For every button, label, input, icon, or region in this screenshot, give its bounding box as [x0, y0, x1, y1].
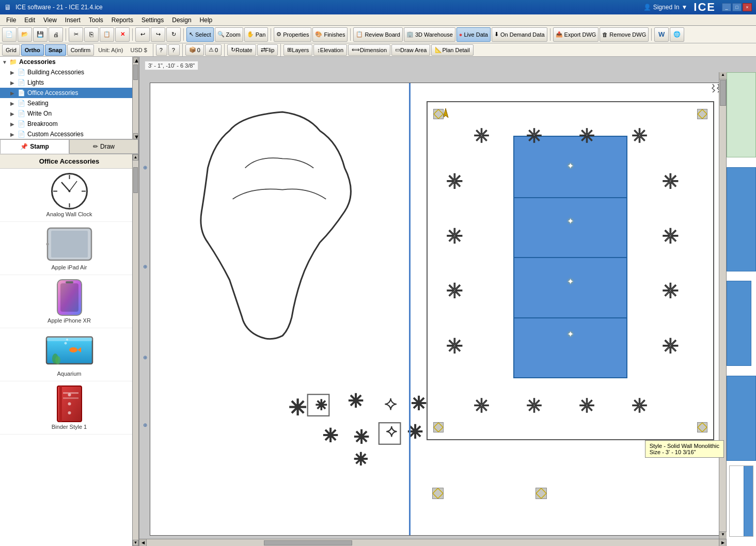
binder-thumb: [43, 386, 95, 422]
stamp-tab[interactable]: 📌 Stamp: [0, 139, 69, 154]
acc-scroll-down[interactable]: ▼: [133, 540, 138, 546]
rotate-button[interactable]: ↻ Rotate: [227, 44, 256, 56]
svg-text:✳: ✳: [354, 449, 368, 469]
acc-scroll-thumb[interactable]: [133, 167, 138, 193]
help-button-1[interactable]: ?: [156, 44, 167, 56]
menu-tools[interactable]: Tools: [85, 15, 107, 25]
acc-scroll-up[interactable]: ▲: [133, 154, 138, 160]
vscroll-down-btn[interactable]: ▼: [719, 532, 727, 539]
delete-button[interactable]: ✕: [115, 27, 130, 42]
accessory-aquarium[interactable]: Aquarium: [0, 328, 138, 381]
new-button[interactable]: 📄: [2, 27, 17, 42]
refresh-button[interactable]: ↻: [166, 27, 181, 42]
menu-settings[interactable]: Settings: [137, 15, 168, 25]
hscroll-right-btn[interactable]: ▶: [719, 539, 726, 547]
confirm-button[interactable]: Confirm: [67, 44, 94, 56]
finishes-button[interactable]: 🎨 Finishes: [312, 27, 348, 42]
review-board-button[interactable]: 📋 Review Board: [353, 27, 402, 42]
accessory-clock[interactable]: Analog Wall Clock: [0, 169, 138, 222]
counter-2-button[interactable]: ⚠ 0: [205, 44, 222, 56]
pan-button[interactable]: ✋ Pan: [244, 27, 269, 42]
vscroll-thumb[interactable]: [720, 80, 726, 106]
menu-view[interactable]: View: [39, 15, 61, 25]
canvas-hscrollbar[interactable]: ◀ ▶: [139, 539, 726, 546]
globe-button[interactable]: 🌐: [670, 27, 684, 42]
menu-file[interactable]: File: [2, 15, 20, 25]
accessory-iphone[interactable]: Apple iPhone XR: [0, 275, 138, 328]
vscroll-up-btn[interactable]: ▲: [719, 72, 727, 79]
hscroll-left-btn[interactable]: ◀: [139, 539, 147, 547]
canvas-vscrollbar[interactable]: ▲ ▼: [719, 72, 726, 539]
tree-scrollbar[interactable]: ▲ ▼: [132, 57, 138, 139]
svg-line-58: [698, 423, 702, 427]
svg-text:✳: ✳: [662, 170, 679, 192]
user-area[interactable]: 👤 Signed In ▼: [643, 4, 688, 11]
dimension-button[interactable]: ⟺ Dimension: [348, 44, 390, 56]
zoom-button[interactable]: 🔍 Zoom: [215, 27, 243, 42]
tree-root[interactable]: ▼ 📁 Accessories: [0, 57, 132, 67]
properties-button[interactable]: ⚙ Properties: [274, 27, 311, 42]
tree-scrollbar-down[interactable]: ▼: [133, 133, 138, 139]
grid-button[interactable]: Grid: [2, 44, 20, 56]
close-button[interactable]: ×: [743, 3, 752, 11]
accessories-scrollbar[interactable]: ▲ ▼: [132, 154, 138, 546]
remove-dwg-button[interactable]: 🗑 Remove DWG: [600, 27, 649, 42]
svg-rect-12: [60, 283, 78, 312]
open-button[interactable]: 📂: [18, 27, 32, 42]
live-data-button[interactable]: ● Live Data: [456, 27, 491, 42]
draw-tab[interactable]: ✏ Draw: [69, 139, 138, 154]
accessory-binder[interactable]: Binder Style 1: [0, 381, 138, 435]
menu-insert[interactable]: Insert: [61, 15, 85, 25]
tree-item-custom[interactable]: ▶ 📄 Custom Accessories: [0, 129, 132, 139]
snap-button[interactable]: Snap: [45, 44, 66, 56]
print-button[interactable]: 🖨: [49, 27, 63, 42]
menu-help[interactable]: Help: [196, 15, 217, 25]
layers-button[interactable]: ⊞ Layers: [284, 44, 312, 56]
tooltip-line2: Size - 3' - 10 3/16": [650, 449, 719, 455]
minimize-button[interactable]: _: [722, 3, 731, 11]
3d-warehouse-button[interactable]: 🏢 3D Warehouse: [404, 27, 455, 42]
word-button[interactable]: W: [654, 27, 669, 42]
flip-button[interactable]: ⇄ Flip: [257, 44, 278, 56]
tree-item-seating[interactable]: ▶ 📄 Seating: [0, 98, 132, 108]
tree-item-building[interactable]: ▶ 📄 Building Accessories: [0, 67, 132, 77]
main-drawing-page: ⊕ ⊕ ⊕ ⊕: [139, 72, 726, 546]
tree-item-breakroom[interactable]: ▶ 📄 Breakroom: [0, 119, 132, 129]
copy-button[interactable]: ⎘: [84, 27, 99, 42]
aquarium-svg: [45, 335, 94, 365]
tree-scrollbar-thumb[interactable]: [133, 65, 138, 80]
scattered-items: ✳ ✳ ✳ ✦ ✳ ✳ ✳ ✦ ✳ ✳: [265, 363, 496, 490]
tree-item-writeon[interactable]: ▶ 📄 Write On: [0, 108, 132, 119]
help-button-2[interactable]: ?: [168, 44, 180, 56]
elevation-label: Elevation: [320, 47, 343, 53]
plan-detail-button[interactable]: 📐 Plan Detail: [431, 44, 473, 56]
accessory-ipad[interactable]: Apple iPad Air: [0, 222, 138, 275]
menu-edit[interactable]: Edit: [20, 15, 39, 25]
hscroll-thumb[interactable]: [264, 540, 352, 545]
counter-1-button[interactable]: 📦 0: [185, 44, 204, 56]
export-dwg-button[interactable]: 📤 Export DWG: [553, 27, 599, 42]
maximize-button[interactable]: □: [732, 3, 742, 11]
cut-button[interactable]: ✂: [69, 27, 83, 42]
elevation-button[interactable]: ↕ Elevation: [313, 44, 347, 56]
menu-reports[interactable]: Reports: [107, 15, 137, 25]
undo-button[interactable]: ↩: [135, 27, 150, 42]
drawarea-label: Draw Area: [400, 47, 427, 53]
paste-button[interactable]: 📋: [100, 27, 114, 42]
save-button[interactable]: 💾: [33, 27, 48, 42]
tree-scrollbar-up[interactable]: ▲: [133, 57, 138, 63]
select-button[interactable]: ↖ Select: [186, 27, 214, 42]
tree-item-office[interactable]: ▶ 📄 Office Accessories: [0, 88, 132, 98]
redo-button[interactable]: ↪: [151, 27, 165, 42]
aquarium-label: Aquarium: [57, 371, 81, 377]
sep-vb3: [224, 44, 225, 56]
tree-item-lights[interactable]: ▶ 📄 Lights: [0, 77, 132, 88]
pan-icon: ✋: [247, 31, 254, 38]
on-demand-data-button[interactable]: ⬇ On Demand Data: [492, 27, 547, 42]
canvas-area[interactable]: 3' - 1", -10' - 6 3/8" ⊕ ⊕ ⊕ ⊕: [139, 57, 756, 546]
svg-line-48: [434, 114, 438, 119]
draw-area-button[interactable]: ▭ Draw Area: [391, 44, 430, 56]
menu-design[interactable]: Design: [168, 15, 195, 25]
svg-line-75: [438, 488, 443, 493]
ortho-button[interactable]: Ortho: [21, 44, 44, 56]
